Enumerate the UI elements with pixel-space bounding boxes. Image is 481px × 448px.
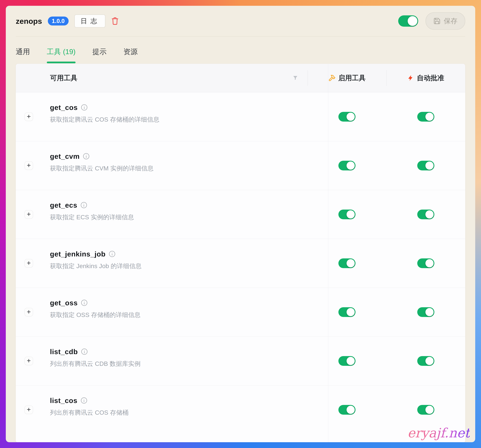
tab-[interactable]: 资源 [123,44,138,64]
tool-description: 获取指定 OSS 存储桶的详细信息 [50,311,141,319]
toggle-knob [346,357,355,365]
tool-info: get_cos 获取指定腾讯云 COS 存储桶的详细信息 [50,103,159,130]
tab-19[interactable]: 工具 (19) [47,44,75,64]
enable-tool-toggle[interactable] [338,356,355,366]
tool-name: get_jenkins_job [50,250,105,258]
tool-cell: + get_ecs 获取指定 ECS 实例的详细信息 [16,190,308,239]
toggle-knob [346,406,355,414]
tool-title: get_oss [50,299,141,307]
enable-tool-toggle[interactable] [338,307,355,317]
expand-row-button[interactable]: + [24,308,33,316]
enable-tool-toggle[interactable] [338,112,355,122]
tool-title: get_cos [50,103,159,111]
tool-cell: + get_jenkins_job 获取指定 Jenkins Job 的 [16,239,308,287]
enable-tool-toggle[interactable] [338,210,355,219]
expand-row-button[interactable]: + [24,357,33,365]
column-divider-line [328,64,328,442]
delete-button[interactable] [111,17,119,25]
enable-tool-cell [308,385,386,434]
table-body: + get_cos 获取指定腾讯云 COS 存储桶的详细信息 [16,92,465,434]
toggle-knob [425,113,434,121]
enable-tool-cell [308,92,386,141]
enable-tool-toggle[interactable] [338,161,355,170]
info-icon[interactable] [80,202,87,208]
tool-title: get_ecs [50,201,134,209]
tool-cell: + get_oss 获取指定 OSS 存储桶的详细信息 [16,288,308,336]
screen-background: zenops 1.0.0 日志 [0,0,481,448]
header-right-group: 保存 [398,12,465,30]
info-icon[interactable] [109,250,115,257]
enable-tools-label: 启用工具 [338,73,366,83]
enable-tools-header-cell: 启用工具 [308,64,386,92]
tool-title: list_cdb [50,348,141,356]
enable-tool-cell [308,190,386,239]
toggle-knob [425,308,434,316]
tool-name: get_ecs [50,201,77,209]
info-icon[interactable] [83,153,90,160]
tab-[interactable]: 通用 [16,44,30,64]
expand-row-button[interactable]: + [24,112,33,121]
tool-description: 获取指定腾讯云 CVM 实例的详细信息 [50,164,154,173]
mcp-server-card: zenops 1.0.0 日志 [6,6,475,442]
tool-name: list_cdb [50,348,78,356]
auto-approve-cell [386,337,465,385]
tool-row: + get_cos 获取指定腾讯云 COS 存储桶的详细信息 [16,92,465,141]
auto-approve-toggle[interactable] [417,210,434,219]
auto-approve-toggle[interactable] [417,356,434,366]
info-icon[interactable] [81,299,88,306]
expand-row-button[interactable]: + [24,259,33,268]
tool-title: get_jenkins_job [50,250,142,258]
tool-name: get_oss [50,299,78,307]
toggle-knob [425,210,434,219]
expand-row-button[interactable]: + [24,210,33,219]
auto-approve-toggle[interactable] [417,307,434,317]
auto-approve-cell [386,288,465,336]
log-button[interactable]: 日志 [74,15,105,28]
tool-title: list_cos [50,397,128,404]
app-name: zenops [16,17,42,25]
save-button[interactable]: 保存 [426,12,465,30]
tab-[interactable]: 提示 [92,44,107,64]
auto-approve-toggle[interactable] [417,112,434,122]
auto-approve-toggle[interactable] [417,405,434,415]
enable-tool-cell [308,141,386,190]
lightning-icon [407,74,414,81]
tool-row: + get_cvm 获取指定腾讯云 CVM 实例的详细信息 [16,141,465,190]
auto-approve-cell [386,190,465,239]
tab-bar: 通用 工具 (19) 提示 资源 [16,44,465,64]
expand-row-button[interactable]: + [24,405,33,414]
tool-info: get_ecs 获取指定 ECS 实例的详细信息 [50,201,134,228]
tool-description: 获取指定腾讯云 COS 存储桶的详细信息 [50,115,159,124]
tool-row: + list_cos 列出所有腾讯云 COS 存储桶 [16,385,465,434]
enable-tool-cell [308,239,386,287]
version-badge: 1.0.0 [48,16,69,25]
tool-description: 获取指定 ECS 实例的详细信息 [50,213,134,221]
tool-name: list_cos [50,397,77,404]
expand-row-button[interactable]: + [24,161,33,170]
toggle-knob [408,16,417,26]
tool-row: + get_oss 获取指定 OSS 存储桶的详细信息 [16,287,465,336]
info-icon[interactable] [81,348,88,355]
table-header: 可用工具 启用工具 自动批 [16,64,465,92]
auto-approve-cell [386,141,465,190]
filter-icon[interactable] [292,75,298,81]
available-tools-label: 可用工具 [50,73,77,83]
auto-approve-toggle[interactable] [417,161,434,170]
toggle-knob [425,406,434,414]
toggle-knob [425,162,434,170]
server-enabled-toggle[interactable] [398,15,418,27]
auto-approve-toggle[interactable] [417,258,434,268]
toggle-knob [346,210,355,219]
enable-tool-toggle[interactable] [338,405,355,415]
auto-approve-label: 自动批准 [417,73,444,83]
tool-info: get_oss 获取指定 OSS 存储桶的详细信息 [50,299,141,326]
info-icon[interactable] [81,397,87,404]
info-icon[interactable] [81,104,88,111]
enable-tool-toggle[interactable] [338,258,355,268]
enable-tool-cell [308,337,386,385]
tool-cell: + list_cdb 列出所有腾讯云 CDB 数据库实例 [16,337,308,385]
auto-approve-header-cell: 自动批准 [386,64,465,92]
trash-icon [111,17,119,25]
tool-description: 列出所有腾讯云 CDB 数据库实例 [50,360,141,368]
tool-description: 获取指定 Jenkins Job 的详细信息 [50,262,142,270]
